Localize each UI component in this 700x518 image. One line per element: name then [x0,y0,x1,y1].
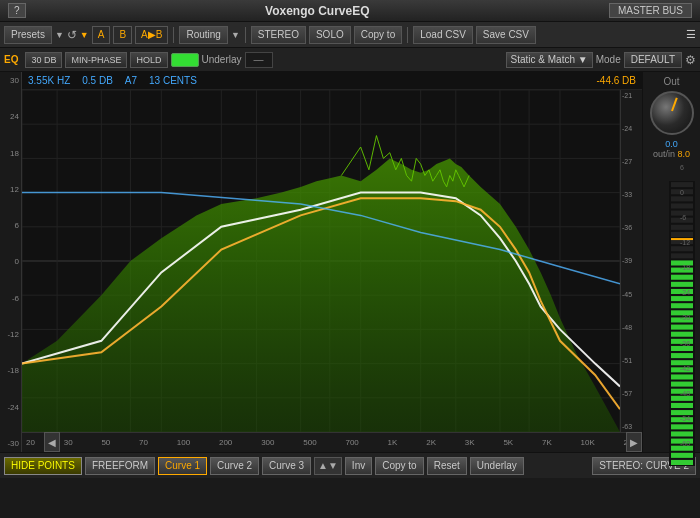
presets-arrow-icon[interactable]: ▼ [55,30,64,40]
app-title: Voxengo CurveEQ [26,4,609,18]
routing-arrow: ▼ [231,30,240,40]
eq-graph-container[interactable]: 30 24 18 12 6 0 -6 -12 -18 -24 -30 3.55K… [0,72,642,452]
hz-value: 3.55K HZ [28,75,70,86]
atob-button[interactable]: A▶B [135,26,168,44]
green-led-indicator[interactable] [171,53,199,67]
nav-right-arrow[interactable]: ▶ [626,432,642,452]
knob-container [650,91,694,135]
out-in-label: out/in 8.0 [653,149,690,159]
nav-left-arrow[interactable]: ◀ [44,432,60,452]
mode-label: Mode [596,54,621,65]
right-panel: Out 0.0 out/in 8.0 6 0 -6 -12 -18 -24 -3… [642,72,700,452]
min-phase-button[interactable]: MIN-PHASE [65,52,127,68]
bottom-copy-to-button[interactable]: Copy to [375,457,423,475]
curve-arrows-button[interactable]: ▲▼ [314,457,342,475]
refresh-icon[interactable]: ↺ [67,28,77,42]
title-bar: ? Voxengo CurveEQ MASTER BUS [0,0,700,22]
knob-value: 0.0 [665,139,678,149]
static-match-button[interactable]: Static & Match ▼ [506,52,593,68]
30db-button[interactable]: 30 DB [25,52,62,68]
x-axis: ◀ 20 30 50 70 100 200 300 500 700 1K 2K … [22,432,642,452]
presets-button[interactable]: Presets [4,26,52,44]
curve3-button[interactable]: Curve 3 [262,457,311,475]
info-bar: 3.55K HZ 0.5 DB A7 13 CENTS -44.6 DB [22,72,642,90]
output-knob[interactable] [650,91,694,135]
dropdown-arrow-icon[interactable]: ▼ [80,30,89,40]
curve2-button[interactable]: Curve 2 [210,457,259,475]
dash-button[interactable]: — [245,52,273,68]
db-value: 0.5 DB [82,75,113,86]
stereo-button[interactable]: STEREO [251,26,306,44]
cents-value: 13 CENTS [149,75,197,86]
hold-button[interactable]: HOLD [130,52,167,68]
gear-icon[interactable]: ⚙ [685,53,696,67]
curve1-button[interactable]: Curve 1 [158,457,207,475]
reset-button[interactable]: Reset [427,457,467,475]
question-mark-icon[interactable]: ? [8,3,26,18]
y-axis-right: -21 -24 -27 -33 -36 -39 -45 -48 -51 -57 … [620,90,642,432]
underlay-label: Underlay [202,54,242,65]
master-bus-button[interactable]: MASTER BUS [609,3,692,18]
save-csv-button[interactable]: Save CSV [476,26,536,44]
b-button[interactable]: B [113,26,132,44]
eq-bar: EQ 30 DB MIN-PHASE HOLD Underlay — Stati… [0,48,700,72]
solo-button[interactable]: SOLO [309,26,351,44]
copy-to-button[interactable]: Copy to [354,26,402,44]
inv-button[interactable]: Inv [345,457,372,475]
meter-scale: 6 0 -6 -12 -18 -24 -30 -36 -42 -48 -54 -… [680,163,698,448]
hide-points-button[interactable]: HIDE POINTS [4,457,82,475]
bottom-bar: HIDE POINTS FREEFORM Curve 1 Curve 2 Cur… [0,452,700,478]
toolbar: Presets ▼ ↺ ▼ A B A▶B Routing ▼ STEREO S… [0,22,700,48]
underlay-button[interactable]: Underlay [470,457,524,475]
eq-label: EQ [4,54,18,65]
default-button[interactable]: DEFAULT [624,52,682,68]
main-area: 30 24 18 12 6 0 -6 -12 -18 -24 -30 3.55K… [0,72,700,452]
right-db-value: -44.6 DB [597,75,636,86]
out-label: Out [663,76,679,87]
menu-icon[interactable]: ☰ [686,28,696,41]
vu-meter-area: 6 0 -6 -12 -18 -24 -30 -36 -42 -48 -54 -… [647,163,696,448]
freeform-button[interactable]: FREEFORM [85,457,155,475]
a-button[interactable]: A [92,26,111,44]
routing-button[interactable]: Routing [179,26,227,44]
note-value: A7 [125,75,137,86]
eq-canvas[interactable] [22,90,620,432]
y-axis-left: 30 24 18 12 6 0 -6 -12 -18 -24 -30 [0,72,22,452]
load-csv-button[interactable]: Load CSV [413,26,473,44]
